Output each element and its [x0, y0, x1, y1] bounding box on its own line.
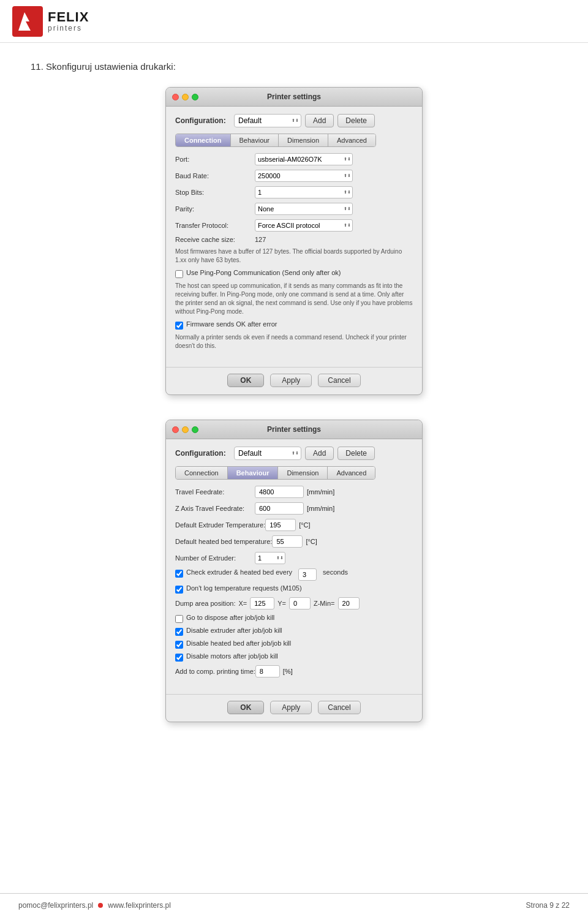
num-extruder-wrapper[interactable]: 1: [255, 552, 285, 564]
apply-button-1[interactable]: Apply: [270, 374, 312, 387]
config-select-2[interactable]: Default: [234, 447, 301, 460]
dialog-body-1: Configuration: Default Add Delete Connec…: [166, 107, 422, 362]
checkbox-disable-extruder-label: Disable extruder after job/job kill: [186, 627, 282, 634]
dump-y-label: Y=: [277, 600, 286, 607]
apply-button-2[interactable]: Apply: [270, 701, 312, 714]
footer-links: pomoc@felixprinters.pl www.felixprinters…: [18, 901, 171, 910]
input-travel-feedrate[interactable]: [255, 486, 304, 498]
add-button-1[interactable]: Add: [305, 114, 334, 127]
label-port: Port:: [175, 156, 255, 163]
header: FELIX printers: [0, 0, 588, 43]
tab-connection-2[interactable]: Connection: [176, 467, 228, 479]
field-port: Port: usbserial-AM026O7K: [175, 153, 413, 165]
footer-website[interactable]: www.felixprinters.pl: [108, 901, 171, 910]
input-dump-y[interactable]: [289, 597, 311, 609]
config-label-2: Configuration:: [175, 449, 230, 458]
tab-advanced-1[interactable]: Advanced: [328, 134, 375, 146]
checkbox-disable-extruder-input[interactable]: [175, 628, 183, 636]
checkbox-disable-bed-input[interactable]: [175, 641, 183, 649]
ok-button-1[interactable]: OK: [227, 374, 264, 387]
footer-email[interactable]: pomoc@felixprinters.pl: [18, 901, 93, 910]
checkbox-firmware-ok-input[interactable]: [175, 322, 183, 330]
info-text-2: The host can speed up communication, if …: [175, 282, 413, 316]
input-dump-x[interactable]: [250, 597, 274, 609]
cancel-button-1[interactable]: Cancel: [318, 374, 360, 387]
input-check-interval[interactable]: [298, 568, 317, 581]
field-z-feedrate: Z Axis Travel Feedrate: [mm/min]: [175, 502, 413, 515]
close-button-1[interactable]: [172, 94, 179, 100]
protocol-select-wrapper[interactable]: Force ASCII protocol: [255, 219, 353, 232]
config-select-wrapper-1[interactable]: Default: [234, 114, 301, 127]
label-protocol: Transfer Protocol:: [175, 222, 255, 229]
logo-text: FELIX printers: [48, 10, 89, 32]
field-num-extruder: Number of Extruder: 1: [175, 552, 413, 564]
add-button-2[interactable]: Add: [305, 447, 334, 460]
maximize-button-2[interactable]: [192, 426, 198, 433]
checkbox-dispose-input[interactable]: [175, 615, 183, 623]
config-select-1[interactable]: Default: [234, 114, 301, 127]
stopbits-select[interactable]: 1: [255, 186, 353, 198]
delete-button-2[interactable]: Delete: [337, 447, 375, 460]
close-button-2[interactable]: [172, 426, 179, 433]
dialog-titlebar-1: Printer settings: [166, 88, 422, 107]
parity-select-wrapper[interactable]: None: [255, 203, 353, 215]
felix-logo-icon: [12, 6, 43, 37]
config-select-wrapper-2[interactable]: Default: [234, 447, 301, 460]
field-parity: Parity: None: [175, 203, 413, 215]
checkbox-firmware-ok: Firmware sends OK after error: [175, 320, 413, 330]
delete-button-1[interactable]: Delete: [337, 114, 375, 127]
checkbox-check-extruder-input[interactable]: [175, 570, 183, 578]
dump-area-row: Dump area position: X= Y= Z-Min=: [175, 597, 413, 609]
label-stopbits: Stop Bits:: [175, 189, 255, 196]
checkbox-pingpong-input[interactable]: [175, 270, 183, 278]
input-extruder-temp[interactable]: [265, 519, 296, 531]
input-bed-temp[interactable]: [272, 535, 303, 548]
num-extruder-select[interactable]: 1: [255, 552, 285, 564]
field-extruder-temp: Default Extruder Temperature: [°C]: [175, 519, 413, 531]
baud-select[interactable]: 250000: [255, 170, 353, 182]
ok-button-2[interactable]: OK: [227, 701, 264, 714]
tab-dimension-1[interactable]: Dimension: [279, 134, 328, 146]
tab-dimension-2[interactable]: Dimension: [278, 467, 328, 479]
label-travel-feedrate: Travel Feedrate:: [175, 488, 255, 496]
dump-z-label: Z-Min=: [314, 600, 335, 607]
parity-select[interactable]: None: [255, 203, 353, 215]
checkbox-disable-motors-input[interactable]: [175, 654, 183, 662]
stopbits-select-wrapper[interactable]: 1: [255, 186, 353, 198]
label-num-extruder: Number of Extruder:: [175, 554, 255, 562]
maximize-button-1[interactable]: [192, 94, 198, 100]
tab-connection-1[interactable]: Connection: [176, 134, 231, 146]
checkbox-disable-extruder: Disable extruder after job/job kill: [175, 627, 413, 636]
config-row-1: Configuration: Default Add Delete: [175, 114, 413, 127]
traffic-lights-2: [172, 426, 198, 433]
port-select-wrapper[interactable]: usbserial-AM026O7K: [255, 153, 353, 165]
footer-page: Strona 9 z 22: [526, 901, 570, 910]
checkbox-dont-log-input[interactable]: [175, 586, 183, 594]
port-select[interactable]: usbserial-AM026O7K: [255, 153, 353, 165]
protocol-select[interactable]: Force ASCII protocol: [255, 219, 353, 232]
unit-comp-time: [%]: [283, 668, 293, 675]
tab-advanced-2[interactable]: Advanced: [328, 467, 375, 479]
tab-behaviour-2[interactable]: Behaviour: [228, 467, 279, 479]
input-z-feedrate[interactable]: [255, 502, 304, 515]
dump-label: Dump area position:: [175, 600, 235, 607]
minimize-button-2[interactable]: [182, 426, 189, 433]
dialog-printer-settings-2: Printer settings Configuration: Default …: [165, 420, 423, 722]
field-bed-temp: Default heated bed temperature: [°C]: [175, 535, 413, 548]
checkbox-dont-log-label: Don't log temperature requests (M105): [186, 584, 302, 592]
checkbox-disable-bed-label: Disable heated bed after job/job kill: [186, 640, 291, 647]
page-footer: pomoc@felixprinters.pl www.felixprinters…: [0, 893, 588, 917]
logo-printers: printers: [48, 25, 89, 32]
cancel-button-2[interactable]: Cancel: [318, 701, 360, 714]
field-baud: Baud Rate: 250000: [175, 170, 413, 182]
field-cache: Receive cache size: 127: [175, 236, 413, 243]
main-content: 11. Skonfiguruj ustawienia drukarki: Pri…: [0, 43, 588, 765]
minimize-button-1[interactable]: [182, 94, 189, 100]
baud-select-wrapper[interactable]: 250000: [255, 170, 353, 182]
footer-dot: [98, 903, 103, 908]
input-comp-time[interactable]: [255, 665, 280, 677]
unit-z-feedrate: [mm/min]: [307, 505, 334, 512]
tab-behaviour-1[interactable]: Behaviour: [231, 134, 279, 146]
dump-x-label: X=: [238, 600, 247, 607]
input-dump-z[interactable]: [338, 597, 360, 609]
